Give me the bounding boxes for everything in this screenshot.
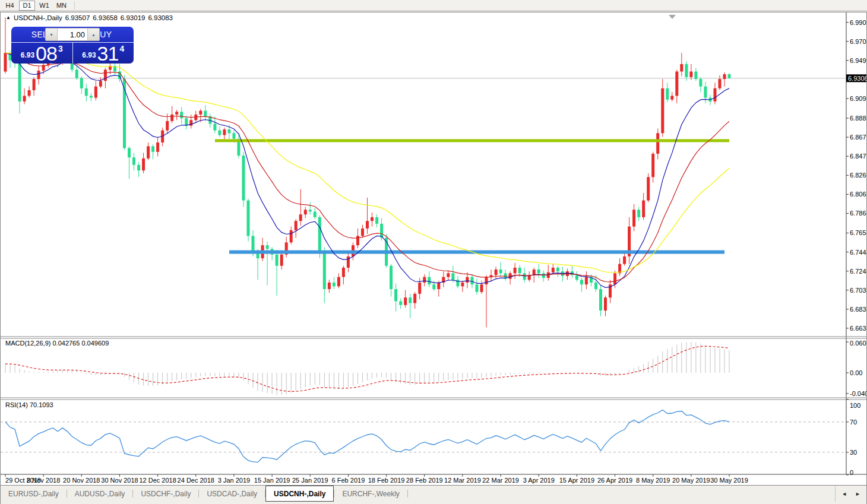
candle: [623, 256, 626, 264]
price-axis-label: 6.97030: [850, 38, 866, 45]
time-axis-label: 22 Mar 2019: [482, 477, 519, 484]
time-axis-label: 15 Apr 2019: [559, 477, 594, 484]
candle: [476, 284, 479, 292]
candle: [227, 129, 230, 133]
time-axis-label: 18 Feb 2019: [368, 477, 405, 484]
candle: [371, 217, 374, 221]
volume-input[interactable]: [58, 28, 87, 40]
time-axis-label: 28 Feb 2019: [406, 477, 443, 484]
candle: [728, 74, 731, 78]
chevron-down-icon: ▼: [49, 33, 53, 37]
time-axis-label: 3 Jan 2019: [218, 477, 250, 484]
candle: [428, 277, 431, 285]
time-axis-label: 6 Feb 2019: [332, 477, 365, 484]
macd-axis-label: 0.060342: [850, 340, 866, 347]
time-axis-label: 8 May 2019: [636, 477, 670, 484]
price-chart-canvas[interactable]: 6.990706.970306.949906.909106.888106.867…: [1, 12, 866, 485]
candle: [104, 69, 107, 81]
chart-title: ▲ USDCNH-,Daily 6.93507 6.93658 6.93019 …: [6, 14, 173, 21]
price-axis-label: 6.78610: [850, 210, 866, 217]
price-axis-label: 6.90910: [850, 95, 866, 102]
time-axis-label: 15 Jan 2019: [254, 477, 290, 484]
candle: [404, 297, 407, 305]
timeframe-button-w1[interactable]: W1: [36, 1, 52, 11]
candle: [299, 214, 302, 221]
candle: [99, 81, 102, 86]
buy-price[interactable]: 6.93 31 4: [73, 43, 134, 64]
tab-scroll-arrows: ◄►: [835, 486, 866, 502]
tab-audusd[interactable]: AUDUSD-,Daily: [67, 486, 133, 502]
candle: [556, 268, 559, 271]
sell-price-big: 08: [36, 45, 57, 62]
candle: [575, 275, 578, 280]
chart-title-symbol: USDCNH-,Daily: [14, 14, 62, 21]
candle: [542, 273, 545, 278]
chart-tab-bar: EURUSD-,DailyAUDUSD-,DailyUSDCHF-,DailyU…: [1, 485, 866, 502]
candle: [342, 268, 345, 277]
price-axis-label: 6.68350: [850, 306, 866, 313]
sell-price[interactable]: 6.93 08 3: [11, 43, 73, 64]
toolbar-separator: [74, 1, 75, 9]
tab-scroll-left-button[interactable]: ◄: [841, 491, 847, 497]
candle: [142, 159, 145, 170]
candle: [689, 72, 692, 77]
tab-eurusd[interactable]: EURUSD-,Daily: [1, 486, 67, 502]
candle: [675, 72, 678, 96]
rsi-axis-label: 0: [850, 469, 853, 476]
candle: [380, 224, 383, 238]
candle: [432, 284, 435, 289]
candle: [33, 79, 36, 90]
rsi-label: RSI(14) 70.1093: [5, 401, 53, 408]
candle: [637, 210, 640, 217]
timeframe-button-d1[interactable]: D1: [19, 1, 35, 11]
candle: [266, 245, 269, 249]
macd-label: MACD(12,26,9) 0.042765 0.049609: [5, 340, 109, 347]
volume-decrease-button[interactable]: ▼: [46, 28, 58, 40]
candle: [333, 283, 336, 286]
candle: [309, 210, 312, 211]
candle: [375, 217, 378, 224]
candle: [471, 277, 474, 285]
buy-price-big: 31: [97, 45, 119, 62]
tab-usdchf[interactable]: USDCHF-,Daily: [133, 486, 198, 502]
candle: [252, 236, 255, 252]
candle: [323, 252, 326, 289]
time-axis-label: 30 Nov 2018: [101, 477, 138, 484]
candle: [175, 112, 178, 115]
candle: [390, 266, 393, 289]
candle: [280, 255, 283, 266]
candle: [85, 88, 88, 96]
one-click-trading-panel: SELL BUY ▼ ▲ 6.93 08 3 6.93 31 4: [11, 27, 134, 64]
time-axis-label: 20 Nov 2018: [63, 477, 100, 484]
tab-usdcad[interactable]: USDCAD-,Daily: [199, 486, 265, 502]
chart-layers: 6.990706.970306.949906.909106.888106.867…: [1, 12, 866, 485]
candle: [4, 53, 7, 72]
candle: [156, 142, 159, 152]
candle: [604, 297, 607, 310]
candle: [514, 268, 517, 273]
price-axis-label: 6.66310: [850, 325, 866, 332]
timeframe-button-mn[interactable]: MN: [53, 1, 69, 11]
candle: [552, 268, 555, 272]
candle: [518, 268, 521, 273]
sell-price-sup: 3: [58, 44, 63, 53]
time-axis-label: 12 Dec 2018: [139, 477, 176, 484]
volume-increase-button[interactable]: ▲: [87, 28, 99, 40]
timeframe-toolbar: H4D1W1MN: [0, 0, 867, 11]
horizontal-ray-resistance[interactable]: [215, 139, 729, 142]
tab-usdcnh[interactable]: USDCNH-,Daily: [265, 486, 334, 502]
candle: [723, 74, 726, 79]
candle: [337, 277, 340, 287]
candle: [480, 284, 483, 292]
timeframe-button-h4[interactable]: H4: [2, 1, 18, 11]
tab-scroll-right-button[interactable]: ►: [855, 491, 860, 497]
candle: [647, 177, 650, 200]
chart-expand-icon[interactable]: ▲: [6, 15, 11, 20]
candle: [409, 297, 412, 303]
candle: [132, 157, 135, 165]
price-axis-label: 6.72430: [850, 268, 866, 275]
candle: [461, 283, 464, 286]
candle: [437, 283, 440, 289]
candle: [685, 64, 688, 77]
tab-eurchf[interactable]: EURCHF-,Weekly: [334, 486, 407, 502]
